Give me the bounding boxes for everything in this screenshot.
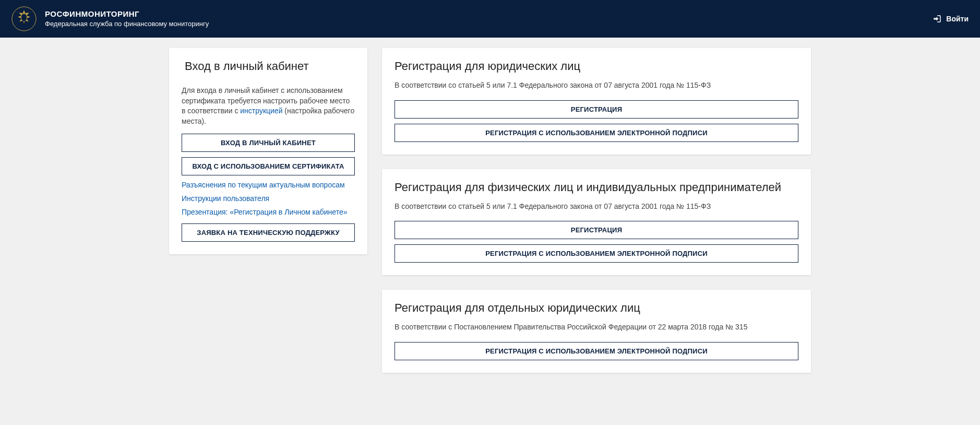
reg-special-sig-button[interactable]: РЕГИСТРАЦИЯ С ИСПОЛЬЗОВАНИЕМ ЭЛЕКТРОННОЙ… bbox=[395, 342, 798, 360]
reg-legal-title: Регистрация для юридических лиц bbox=[395, 60, 798, 73]
login-cabinet-button[interactable]: ВХОД В ЛИЧНЫЙ КАБИНЕТ bbox=[182, 134, 355, 152]
reg-individual-desc: В соответствии со статьей 5 или 7.1 Феде… bbox=[395, 202, 798, 212]
login-icon bbox=[933, 14, 942, 23]
reg-legal-button[interactable]: РЕГИСТРАЦИЯ bbox=[395, 100, 798, 119]
login-card: Вход в личный кабинет Для входа в личный… bbox=[169, 48, 367, 254]
right-column: Регистрация для юридических лиц В соотве… bbox=[382, 48, 811, 373]
reg-special-title: Регистрация для отдельных юридических ли… bbox=[395, 301, 798, 315]
login-card-desc: Для входа в личный кабинет с использован… bbox=[182, 86, 355, 126]
reg-individual-title: Регистрация для физических лиц и индивид… bbox=[395, 181, 798, 194]
support-request-button[interactable]: ЗАЯВКА НА ТЕХНИЧЕСКУЮ ПОДДЕРЖКУ bbox=[182, 223, 355, 242]
header-titles: РОСФИНМОНИТОРИНГ Федеральная служба по ф… bbox=[45, 9, 209, 29]
reg-special-desc: В соответствии с Постановлением Правител… bbox=[395, 322, 798, 333]
svg-point-1 bbox=[21, 14, 27, 21]
header-left: РОСФИНМОНИТОРИНГ Федеральная служба по ф… bbox=[11, 6, 209, 31]
reg-special-card: Регистрация для отдельных юридических ли… bbox=[382, 290, 811, 373]
reg-legal-sig-button[interactable]: РЕГИСТРАЦИЯ С ИСПОЛЬЗОВАНИЕМ ЭЛЕКТРОННОЙ… bbox=[395, 124, 798, 142]
site-subtitle: Федеральная служба по финансовому монито… bbox=[45, 19, 209, 29]
login-card-title: Вход в личный кабинет bbox=[182, 60, 355, 73]
emblem-icon bbox=[11, 6, 37, 31]
login-label: Войти bbox=[946, 15, 969, 23]
manual-link[interactable]: Инструкции пользователя bbox=[182, 194, 355, 203]
reg-legal-card: Регистрация для юридических лиц В соотве… bbox=[382, 48, 811, 155]
reg-individual-card: Регистрация для физических лиц и индивид… bbox=[382, 169, 811, 276]
presentation-link[interactable]: Презентация: «Регистрация в Личном кабин… bbox=[182, 208, 355, 216]
reg-legal-desc: В соответствии со статьей 5 или 7.1 Феде… bbox=[395, 80, 798, 91]
reg-individual-sig-button[interactable]: РЕГИСТРАЦИЯ С ИСПОЛЬЗОВАНИЕМ ЭЛЕКТРОННОЙ… bbox=[395, 244, 798, 263]
login-cert-button[interactable]: ВХОД С ИСПОЛЬЗОВАНИЕМ СЕРТИФИКАТА bbox=[182, 157, 355, 175]
main-container: Вход в личный кабинет Для входа в личный… bbox=[159, 38, 821, 394]
instruction-link[interactable]: инструкцией bbox=[240, 107, 282, 115]
faq-link[interactable]: Разъяснения по текущим актуальным вопрос… bbox=[182, 181, 355, 189]
reg-individual-button[interactable]: РЕГИСТРАЦИЯ bbox=[395, 221, 798, 239]
help-links: Разъяснения по текущим актуальным вопрос… bbox=[182, 181, 355, 216]
login-button[interactable]: Войти bbox=[933, 14, 969, 23]
site-title: РОСФИНМОНИТОРИНГ bbox=[45, 9, 209, 18]
header: РОСФИНМОНИТОРИНГ Федеральная служба по ф… bbox=[0, 0, 980, 38]
